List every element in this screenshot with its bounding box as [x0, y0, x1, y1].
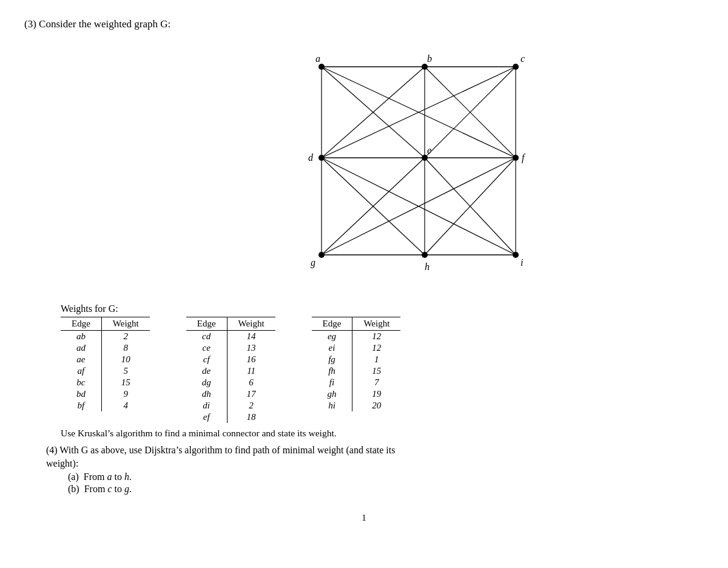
- edge-cell: hi: [312, 400, 352, 411]
- edge-cell: fh: [312, 365, 352, 377]
- graph-container: a b c d e f g h i: [24, 36, 704, 285]
- weight-cell: 12: [352, 331, 400, 343]
- weight-cell: 8: [101, 342, 149, 354]
- t2-edge-header: Edge: [186, 317, 227, 331]
- edge-cell: dg: [186, 377, 227, 388]
- table-row: ce13: [186, 342, 275, 354]
- svg-point-33: [318, 252, 325, 258]
- problem-4-text-1: (4) With G as above, use Dijsktra’s algo…: [46, 445, 395, 455]
- table-row: dh17: [186, 388, 275, 400]
- weight-cell: 13: [227, 342, 275, 354]
- svg-point-28: [422, 64, 428, 70]
- edge-cell: gh: [312, 388, 352, 400]
- table-row: ei12: [312, 342, 401, 354]
- problem-4-header: (4) With G as above, use Dijsktra’s algo…: [46, 445, 704, 456]
- table-row: bd9: [61, 388, 150, 400]
- edge-cell: ce: [186, 342, 227, 354]
- table-row: cf16: [186, 354, 275, 365]
- edge-cell: dh: [186, 388, 227, 400]
- weights-section: Weights for G: Edge Weight ab2ad8ae10af5…: [61, 303, 704, 439]
- table-row: bf4: [61, 400, 150, 411]
- edge-cell: bd: [61, 388, 101, 400]
- svg-text:f: f: [522, 152, 526, 163]
- weight-cell: 19: [352, 388, 400, 400]
- weight-cell: 10: [101, 354, 149, 365]
- edge-cell: cf: [186, 354, 227, 365]
- table-row: ab2: [61, 331, 150, 343]
- svg-point-30: [318, 155, 325, 161]
- weights-title: Weights for G:: [61, 303, 704, 314]
- edge-cell: fg: [312, 354, 352, 365]
- page-number: 1: [24, 513, 704, 523]
- weight-cell: 20: [352, 400, 400, 411]
- weight-cell: 15: [101, 377, 149, 388]
- problem-4: (4) With G as above, use Dijsktra’s algo…: [24, 445, 704, 495]
- weight-cell: 2: [227, 400, 275, 411]
- svg-text:i: i: [521, 257, 523, 268]
- svg-text:g: g: [311, 257, 315, 268]
- weight-cell: 14: [227, 331, 275, 343]
- edge-cell: bc: [61, 377, 101, 388]
- table-row: bc15: [61, 377, 150, 388]
- table-row: ef18: [186, 411, 275, 423]
- edge-cell: eg: [312, 331, 352, 343]
- edge-cell: cd: [186, 331, 227, 343]
- table-row: eg12: [312, 331, 401, 343]
- table-row: fg1: [312, 354, 401, 365]
- sub-b-text: (b) From c to g.: [68, 484, 132, 494]
- table-row: de11: [186, 365, 275, 377]
- t1-edge-header: Edge: [61, 317, 101, 331]
- svg-text:h: h: [425, 262, 430, 272]
- t3-weight-header: Weight: [352, 317, 400, 331]
- problem-3-header: (3) Consider the weighted graph G:: [24, 18, 704, 30]
- t1-weight-header: Weight: [101, 317, 149, 331]
- weight-cell: 7: [352, 377, 400, 388]
- svg-text:d: d: [308, 152, 314, 163]
- edge-cell: af: [61, 365, 101, 377]
- table-row: fh15: [312, 365, 401, 377]
- graph-svg: a b c d e f g h i: [158, 36, 570, 285]
- weight-cell: 15: [352, 365, 400, 377]
- table-row: dg6: [186, 377, 275, 388]
- edge-cell: di: [186, 400, 227, 411]
- weight-cell: 6: [227, 377, 275, 388]
- weight-cell: 4: [101, 400, 149, 411]
- svg-point-34: [422, 252, 428, 258]
- svg-text:b: b: [427, 53, 432, 64]
- svg-point-32: [513, 155, 519, 161]
- svg-point-31: [422, 155, 428, 161]
- edge-cell: ae: [61, 354, 101, 365]
- weight-cell: 2: [101, 331, 149, 343]
- weight-cell: 5: [101, 365, 149, 377]
- table-row: af5: [61, 365, 150, 377]
- sub-a-text: (a) From a to h.: [68, 472, 132, 482]
- weight-table-1: Edge Weight ab2ad8ae10af5bc15bd9bf4: [61, 317, 150, 411]
- t2-weight-header: Weight: [227, 317, 275, 331]
- sub-item-b: (b) From c to g.: [68, 484, 704, 495]
- edge-cell: ef: [186, 411, 227, 423]
- svg-point-27: [318, 64, 325, 70]
- weight-cell: 9: [101, 388, 149, 400]
- edge-cell: bf: [61, 400, 101, 411]
- problem-4-header2: weight):: [46, 458, 704, 469]
- table-row: ad8: [61, 342, 150, 354]
- table-row: cd14: [186, 331, 275, 343]
- weight-cell: 16: [227, 354, 275, 365]
- weight-table-3: Edge Weight eg12ei12fg1fh15fi7gh19hi20: [312, 317, 401, 411]
- svg-point-35: [513, 252, 519, 258]
- weight-table-2: Edge Weight cd14ce13cf16de11dg6dh17di2ef…: [186, 317, 275, 423]
- table-row: di2: [186, 400, 275, 411]
- tables-row: Edge Weight ab2ad8ae10af5bc15bd9bf4 Edge…: [61, 317, 704, 423]
- edge-cell: ad: [61, 342, 101, 354]
- edge-cell: de: [186, 365, 227, 377]
- edge-cell: ab: [61, 331, 101, 343]
- svg-point-29: [513, 64, 519, 70]
- edge-cell: fi: [312, 377, 352, 388]
- edge-cell: ei: [312, 342, 352, 354]
- sub-item-a: (a) From a to h.: [68, 472, 704, 482]
- table-row: fi7: [312, 377, 401, 388]
- weight-cell: 1: [352, 354, 400, 365]
- svg-text:e: e: [427, 145, 431, 155]
- t3-edge-header: Edge: [312, 317, 352, 331]
- kruskal-note: Use Kruskal’s algorithm to find a minima…: [61, 428, 704, 439]
